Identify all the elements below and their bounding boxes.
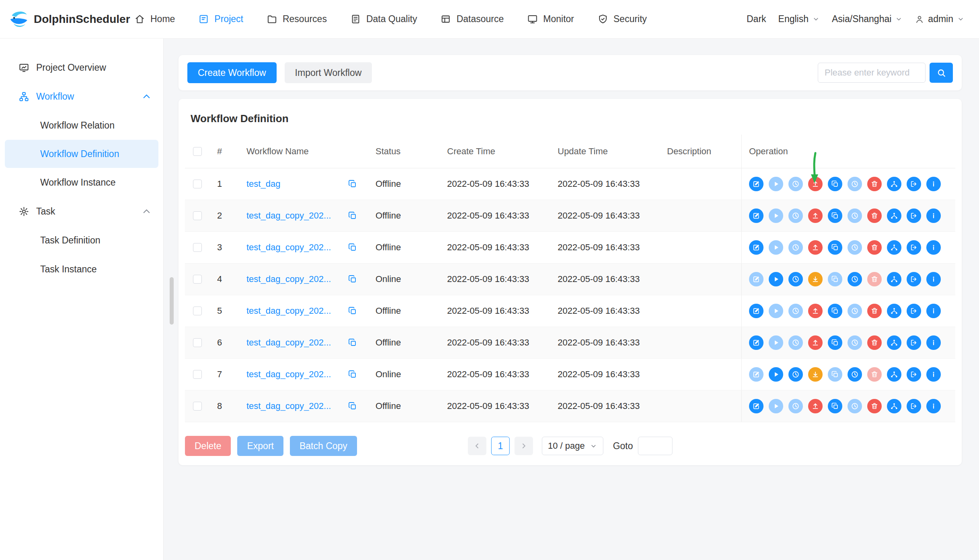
op-cron-manage-button[interactable] [848, 304, 862, 318]
op-release-button[interactable] [808, 272, 823, 286]
copy-name-icon[interactable] [348, 243, 357, 252]
op-release-button[interactable] [808, 177, 823, 191]
op-copy-button[interactable] [828, 240, 842, 255]
op-edit-button[interactable] [749, 335, 763, 350]
nav-item-security[interactable]: Security [597, 14, 647, 25]
op-export-button[interactable] [907, 208, 921, 223]
op-version-info-button[interactable] [926, 177, 941, 191]
op-start-button[interactable] [769, 399, 783, 413]
row-checkbox[interactable] [193, 307, 202, 315]
timezone-select[interactable]: Asia/Shanghai [832, 14, 903, 25]
op-timing-button[interactable] [788, 335, 803, 350]
copy-name-icon[interactable] [348, 211, 357, 221]
sidebar-item-project-overview[interactable]: Project Overview [0, 53, 163, 82]
op-start-button[interactable] [769, 335, 783, 350]
op-start-button[interactable] [769, 272, 783, 286]
op-copy-button[interactable] [828, 208, 842, 223]
language-select[interactable]: English [778, 14, 820, 25]
import-workflow-button[interactable]: Import Workflow [285, 62, 372, 83]
copy-name-icon[interactable] [348, 370, 357, 379]
row-checkbox[interactable] [193, 211, 202, 220]
search-input[interactable] [818, 63, 926, 83]
op-timing-button[interactable] [788, 177, 803, 191]
op-timing-button[interactable] [788, 208, 803, 223]
brand[interactable]: DolphinScheduler [8, 8, 134, 31]
op-release-button[interactable] [808, 399, 823, 413]
nav-item-resources[interactable]: Resources [267, 14, 327, 25]
op-copy-button[interactable] [828, 335, 842, 350]
op-release-button[interactable] [808, 304, 823, 318]
nav-item-project[interactable]: Project [198, 14, 243, 25]
op-cron-manage-button[interactable] [848, 272, 862, 286]
op-tree-view-button[interactable] [887, 335, 901, 350]
op-tree-view-button[interactable] [887, 177, 901, 191]
op-delete-button[interactable] [867, 177, 882, 191]
batch-delete-button[interactable]: Delete [185, 436, 231, 456]
scrollbar-thumb[interactable] [170, 277, 174, 325]
op-copy-button[interactable] [828, 304, 842, 318]
op-version-info-button[interactable] [926, 335, 941, 350]
op-start-button[interactable] [769, 177, 783, 191]
row-checkbox[interactable] [193, 275, 202, 284]
sidebar-item-workflow-definition[interactable]: Workflow Definition [5, 140, 158, 168]
op-start-button[interactable] [769, 208, 783, 223]
workflow-name-link[interactable]: test_dag_copy_202... [246, 369, 348, 380]
op-export-button[interactable] [907, 177, 921, 191]
op-delete-button[interactable] [867, 240, 882, 255]
op-export-button[interactable] [907, 399, 921, 413]
op-start-button[interactable] [769, 367, 783, 382]
op-tree-view-button[interactable] [887, 399, 901, 413]
copy-name-icon[interactable] [348, 306, 357, 316]
op-version-info-button[interactable] [926, 240, 941, 255]
op-export-button[interactable] [907, 240, 921, 255]
batch-export-button[interactable]: Export [237, 436, 283, 456]
op-version-info-button[interactable] [926, 304, 941, 318]
row-checkbox[interactable] [193, 402, 202, 411]
op-delete-button[interactable] [867, 208, 882, 223]
next-page-button[interactable] [515, 437, 533, 455]
op-edit-button[interactable] [749, 240, 763, 255]
goto-page-input[interactable] [638, 437, 672, 455]
op-delete-button[interactable] [867, 367, 882, 382]
row-checkbox[interactable] [193, 180, 202, 188]
row-checkbox[interactable] [193, 243, 202, 252]
op-cron-manage-button[interactable] [848, 335, 862, 350]
workflow-name-link[interactable]: test_dag_copy_202... [246, 306, 348, 316]
workflow-name-link[interactable]: test_dag_copy_202... [246, 401, 348, 411]
op-version-info-button[interactable] [926, 367, 941, 382]
op-release-button[interactable] [808, 367, 823, 382]
workflow-name-link[interactable]: test_dag_copy_202... [246, 274, 348, 284]
op-export-button[interactable] [907, 272, 921, 286]
copy-name-icon[interactable] [348, 338, 357, 347]
op-cron-manage-button[interactable] [848, 240, 862, 255]
sidebar-item-workflow-instance[interactable]: Workflow Instance [0, 168, 163, 197]
op-export-button[interactable] [907, 304, 921, 318]
nav-item-monitor[interactable]: Monitor [527, 14, 574, 25]
op-delete-button[interactable] [867, 335, 882, 350]
op-delete-button[interactable] [867, 272, 882, 286]
row-checkbox[interactable] [193, 338, 202, 347]
copy-name-icon[interactable] [348, 179, 357, 189]
op-version-info-button[interactable] [926, 208, 941, 223]
op-timing-button[interactable] [788, 240, 803, 255]
op-copy-button[interactable] [828, 272, 842, 286]
op-timing-button[interactable] [788, 399, 803, 413]
op-release-button[interactable] [808, 335, 823, 350]
nav-item-datasource[interactable]: Datasource [440, 14, 504, 25]
nav-item-data-quality[interactable]: Data Quality [350, 14, 417, 25]
theme-toggle[interactable]: Dark [747, 14, 766, 25]
op-timing-button[interactable] [788, 367, 803, 382]
op-cron-manage-button[interactable] [848, 177, 862, 191]
op-cron-manage-button[interactable] [848, 208, 862, 223]
copy-name-icon[interactable] [348, 401, 357, 411]
op-tree-view-button[interactable] [887, 304, 901, 318]
batch-copy-button[interactable]: Batch Copy [290, 436, 357, 456]
workflow-name-link[interactable]: test_dag_copy_202... [246, 211, 348, 221]
op-cron-manage-button[interactable] [848, 367, 862, 382]
op-tree-view-button[interactable] [887, 208, 901, 223]
op-timing-button[interactable] [788, 304, 803, 318]
op-export-button[interactable] [907, 367, 921, 382]
row-checkbox[interactable] [193, 370, 202, 379]
op-export-button[interactable] [907, 335, 921, 350]
op-timing-button[interactable] [788, 272, 803, 286]
